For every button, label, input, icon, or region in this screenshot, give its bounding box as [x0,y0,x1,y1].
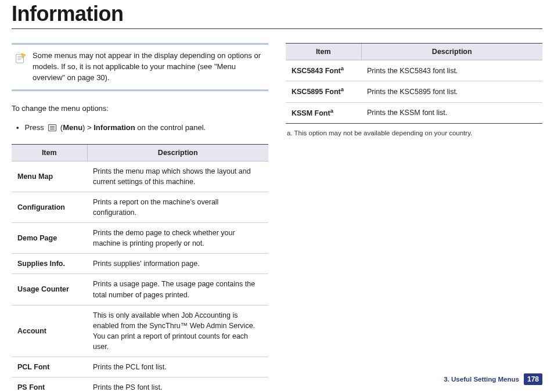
left-info-table: Item Description Menu MapPrints the menu… [12,144,268,392]
footnote: a. This option may not be available depe… [287,130,542,136]
cell-item: KSC5843 Fonta [286,60,361,81]
table-row: PS FontPrints the PS font list. [12,377,268,392]
table-header-row: Item Description [12,144,268,161]
table-row: KSSM Fonta Prints the KSSM font list. [286,102,542,123]
cell-item: PCL Font [12,357,87,377]
cell-desc: Prints the KSC5895 font list. [361,81,542,102]
th-item: Item [286,44,361,60]
cell-desc: Prints the demo page to check whether yo… [87,223,268,254]
item-text: KSSM Font [292,109,330,117]
table-row: AccountThis is only available when Job A… [12,305,268,357]
bullet-icon: • [16,123,19,132]
page-title: Information [12,2,542,26]
menu-icon [48,123,57,132]
navigation-step: • Press (Menu) > Information on the cont… [16,123,268,132]
step-menu-wrap: (Menu) > Information on the control pane… [60,123,206,132]
page-footer: 3. Useful Setting Menus 178 [444,373,542,385]
title-divider [12,28,542,29]
step-mid: ) > [82,123,93,132]
superscript: a [341,66,344,71]
table-row: Demo PagePrints the demo page to check w… [12,223,268,254]
cell-item: Account [12,305,87,357]
th-item: Item [12,144,87,161]
cell-item: Menu Map [12,161,87,192]
cell-desc: Prints a report on the machine's overall… [87,192,268,222]
cell-desc: Prints the menu map which shows the layo… [87,161,268,192]
cell-desc: Prints supplies' information page. [87,254,268,274]
chapter-label: 3. Useful Setting Menus [444,376,519,383]
step-prefix: Press [25,123,44,132]
cell-item: Demo Page [12,223,87,254]
cell-desc: Prints the PS font list. [87,377,268,392]
step-menu-label: Menu [63,123,82,132]
cell-item: KSSM Fonta [286,102,361,123]
content-columns: Some menus may not appear in the display… [12,43,542,392]
cell-item: Usage Counter [12,274,87,305]
table-row: Usage CounterPrints a usage page. The us… [12,274,268,305]
cell-desc: This is only available when Job Accounti… [87,305,268,357]
cell-item: Configuration [12,192,87,222]
note-icon [14,52,27,64]
page-number: 178 [524,373,542,385]
cell-item: Supplies Info. [12,254,87,274]
step-suffix: on the control panel. [135,123,206,132]
table-header-row: Item Description [286,44,542,60]
cell-item: KSC5895 Fonta [286,81,361,102]
step-info-label: Information [93,123,135,132]
table-row: Supplies Info.Prints supplies' informati… [12,254,268,274]
table-row: Menu MapPrints the menu map which shows … [12,161,268,192]
table-row: PCL FontPrints the PCL font list. [12,357,268,377]
cell-desc: Prints a usage page. The usage page cont… [87,274,268,305]
cell-desc: Prints the KSC5843 font list. [361,60,542,81]
cell-item: PS Font [12,377,87,392]
item-text: KSC5895 Font [292,88,341,96]
superscript: a [330,108,333,114]
th-desc: Description [87,144,268,161]
superscript: a [341,87,344,92]
note-callout: Some menus may not appear in the display… [12,43,268,91]
table-row: KSC5843 Fonta Prints the KSC5843 font li… [286,60,542,81]
left-column: Some menus may not appear in the display… [12,43,268,392]
cell-desc: Prints the PCL font list. [87,357,268,377]
item-text: KSC5843 Font [292,67,341,75]
right-info-table: Item Description KSC5843 Fonta Prints th… [286,43,542,124]
cell-desc: Prints the KSSM font list. [361,102,542,123]
th-desc: Description [361,44,542,60]
note-text: Some menus may not appear in the display… [33,51,262,84]
right-column: Item Description KSC5843 Fonta Prints th… [286,43,542,392]
table-row: ConfigurationPrints a report on the mach… [12,192,268,222]
intro-text: To change the menu options: [12,104,268,113]
table-row: KSC5895 Fonta Prints the KSC5895 font li… [286,81,542,102]
